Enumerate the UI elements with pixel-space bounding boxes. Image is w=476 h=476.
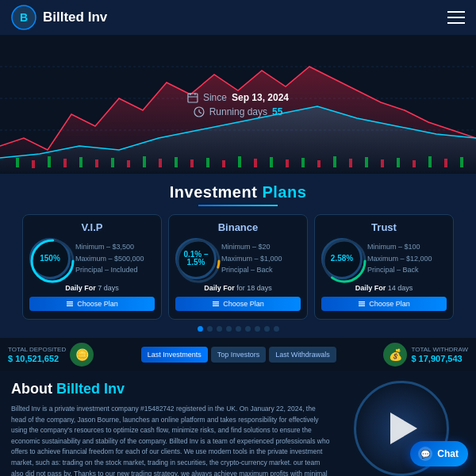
total-withdraw-box: 💰 TOTAL WITHDRAW $ 17,907,543 [383, 343, 468, 367]
total-withdraw-label: TOTAL WITHDRAW [411, 346, 468, 354]
svg-rect-7 [32, 160, 35, 168]
chat-button[interactable]: 💬 Chat [410, 441, 468, 466]
svg-rect-51 [213, 305, 219, 306]
svg-rect-49 [213, 301, 219, 302]
svg-rect-12 [111, 158, 114, 167]
choose-plan-btn-0[interactable]: Choose Plan [29, 297, 155, 311]
total-deposited-amount: $ 10,521,652 [8, 354, 66, 363]
plan-details-0: Minimum – $3,500Maximum – $500,000Princi… [75, 241, 144, 275]
svg-line-41 [199, 112, 202, 113]
plan-card-title-0: V.I.P [29, 221, 155, 233]
svg-rect-17 [190, 159, 194, 167]
plan-card-1: Binance 0.1% – 1.5% Minimum – $20Maximum… [168, 214, 308, 320]
plan-card-0: V.I.P 150% Minimum – $3,500Maximum – $50… [22, 214, 162, 320]
list-icon [358, 300, 366, 308]
hero-section: Since Sep 13, 2024 Running days 55 [0, 35, 476, 174]
plan-card-2: Trust 2.58% Minimum – $100Maximum – $12,… [314, 214, 454, 320]
plans-title: Investment Plans [8, 183, 468, 202]
chat-icon: 💬 [418, 447, 432, 461]
plan-daily-2: Daily For 14 days [321, 284, 447, 292]
svg-rect-14 [143, 156, 146, 167]
list-icon [66, 300, 74, 308]
svg-rect-16 [175, 157, 178, 167]
tabs-row: TOTAL DEPOSITED $ 10,521,652 🪙 Last Inve… [0, 338, 476, 371]
hero-running: Running days 55 [187, 106, 289, 117]
svg-rect-28 [365, 157, 368, 167]
hamburger-menu[interactable] [447, 11, 465, 24]
plan-pct-0: 150% [40, 255, 60, 263]
svg-rect-56 [359, 305, 365, 306]
plans-cards: V.I.P 150% Minimum – $3,500Maximum – $50… [8, 214, 468, 320]
svg-rect-33 [444, 159, 447, 167]
svg-rect-11 [95, 159, 98, 167]
dot-2[interactable] [217, 326, 222, 332]
running-label: Running days [209, 106, 267, 117]
plan-pct-2: 2.58% [331, 255, 353, 263]
dot-0[interactable] [198, 326, 203, 332]
about-left: About Billted Inv Billted Inv is a priva… [11, 381, 330, 476]
svg-rect-20 [238, 156, 241, 167]
about-title-main: About [11, 381, 52, 397]
plans-underline [198, 205, 278, 206]
plans-title-plans: Plans [262, 183, 306, 201]
plan-daily-0: Daily For 7 days [29, 284, 155, 292]
svg-rect-21 [254, 159, 257, 167]
plan-circle-2: 2.58% [321, 238, 363, 279]
calendar-icon [187, 92, 198, 103]
play-icon [390, 413, 417, 444]
dot-5[interactable] [245, 326, 251, 332]
svg-rect-34 [460, 157, 463, 167]
svg-rect-27 [349, 159, 352, 167]
plan-circle-1: 0.1% – 1.5% [175, 238, 217, 279]
dot-7[interactable] [264, 326, 270, 332]
svg-rect-50 [213, 303, 219, 304]
clock-icon [194, 106, 205, 117]
svg-rect-44 [67, 301, 73, 302]
about-text: Billted Inv is a private investment comp… [11, 404, 330, 476]
coin-icon: 🪙 [70, 343, 94, 367]
svg-rect-54 [359, 301, 365, 302]
dot-4[interactable] [236, 326, 241, 332]
svg-rect-32 [428, 156, 432, 167]
svg-rect-22 [270, 157, 273, 167]
since-label: Since [203, 92, 227, 103]
running-days: 55 [272, 106, 282, 117]
total-deposited-box: TOTAL DEPOSITED $ 10,521,652 🪙 [8, 343, 94, 367]
svg-rect-18 [206, 158, 209, 167]
svg-rect-23 [286, 159, 289, 167]
tab-btn-2[interactable]: Last Withdrawals [269, 347, 336, 363]
dot-1[interactable] [207, 326, 213, 332]
plans-title-main: Investment [170, 183, 258, 201]
list-icon [212, 300, 220, 308]
plan-details-1: Minimum – $20Maximum – $1,000Principal –… [221, 241, 282, 275]
dot-6[interactable] [255, 326, 260, 332]
about-company-name: Billted Inv [56, 381, 125, 397]
chat-label: Chat [437, 448, 459, 459]
plan-circle-0: 150% [29, 238, 71, 279]
hero-info: Since Sep 13, 2024 Running days 55 [187, 92, 289, 117]
withdraw-icon: 💰 [383, 343, 407, 367]
svg-rect-29 [381, 159, 384, 167]
svg-text:B: B [20, 11, 28, 24]
svg-rect-30 [397, 158, 400, 167]
tabs-buttons: Last InvestmentsTop InvestorsLast Withdr… [98, 347, 378, 363]
svg-rect-15 [159, 159, 162, 167]
logo-icon: B [11, 5, 36, 30]
plan-details-2: Minimum – $100Maximum – $12,000Principal… [367, 241, 432, 275]
svg-rect-35 [188, 94, 198, 102]
choose-plan-btn-1[interactable]: Choose Plan [175, 297, 301, 311]
svg-rect-6 [16, 158, 19, 167]
choose-plan-btn-2[interactable]: Choose Plan [321, 297, 447, 311]
tab-btn-1[interactable]: Top Investors [211, 347, 267, 363]
total-deposited-label: TOTAL DEPOSITED [8, 346, 66, 354]
dot-3[interactable] [226, 326, 232, 332]
svg-rect-46 [67, 305, 73, 306]
svg-rect-31 [413, 160, 416, 167]
total-withdraw-amount: $ 17,907,543 [411, 354, 468, 363]
svg-rect-26 [333, 156, 336, 167]
about-section: About Billted Inv Billted Inv is a priva… [0, 371, 476, 476]
svg-rect-24 [301, 158, 305, 167]
dot-8[interactable] [274, 326, 279, 332]
tab-btn-0[interactable]: Last Investments [141, 347, 208, 363]
svg-rect-10 [79, 157, 83, 167]
